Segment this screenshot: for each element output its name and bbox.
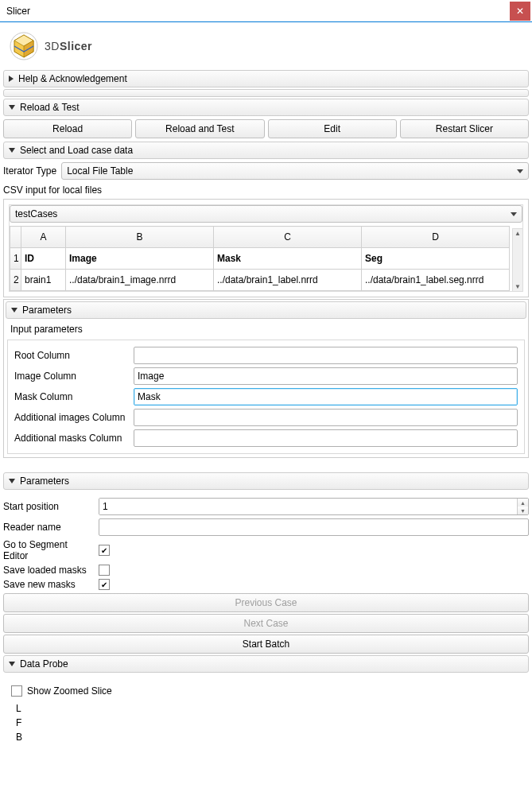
window-title: Slicer	[6, 6, 30, 17]
edit-button[interactable]: Edit	[268, 119, 397, 138]
spin-down-icon[interactable]: ▼	[518, 507, 528, 514]
show-zoomed-slice-label: Show Zoomed Slice	[27, 685, 112, 697]
save-new-masks-checkbox[interactable]: ✔	[99, 579, 110, 590]
image-column-label: Image Column	[14, 371, 132, 382]
spacer	[3, 89, 529, 97]
section-select-load-label: Select and Load case data	[20, 145, 133, 156]
csv-input-label: CSV input for local files	[0, 181, 532, 197]
cell[interactable]: ../data/brain1_label.nrrd	[214, 270, 362, 291]
close-icon: ✕	[516, 6, 524, 17]
section-select-load[interactable]: Select and Load case data	[3, 142, 529, 159]
row-number[interactable]: 1	[10, 248, 21, 270]
cell[interactable]: Seg	[362, 248, 510, 270]
mask-column-input[interactable]	[134, 388, 518, 406]
cell[interactable]: brain1	[21, 270, 66, 291]
section-parameters-outer-label: Parameters	[20, 476, 69, 487]
additional-masks-column-input[interactable]	[134, 429, 518, 447]
csv-table: A B C D 1 ID Image Mask Seg 2 brain1 ../…	[10, 226, 510, 291]
section-data-probe-label: Data Probe	[20, 658, 68, 670]
table-vertical-scrollbar[interactable]: ▲ ▼	[512, 228, 523, 292]
restart-slicer-button[interactable]: Restart Slicer	[400, 119, 529, 138]
start-batch-button[interactable]: Start Batch	[3, 635, 529, 654]
next-case-button[interactable]: Next Case	[3, 614, 529, 633]
iterator-type-value: Local File Table	[67, 165, 133, 177]
reader-name-label: Reader name	[3, 522, 97, 533]
close-button[interactable]: ✕	[510, 2, 530, 21]
section-reload-test[interactable]: Reload & Test	[3, 99, 529, 116]
additional-masks-column-label: Additional masks Column	[14, 433, 132, 444]
row-number[interactable]: 2	[10, 270, 21, 291]
start-position-label: Start position	[3, 501, 97, 512]
chevron-down-icon	[9, 662, 15, 666]
section-data-probe[interactable]: Data Probe	[3, 655, 529, 673]
save-new-masks-label: Save new masks	[3, 579, 97, 590]
reload-test-button-row: Reload Reload and Test Edit Restart Slic…	[0, 118, 532, 140]
save-loaded-masks-label: Save loaded masks	[3, 565, 97, 576]
cell[interactable]: Mask	[214, 248, 362, 270]
section-parameters-outer[interactable]: Parameters	[3, 472, 529, 490]
csv-selector-combo[interactable]: testCases	[10, 205, 522, 223]
save-loaded-masks-checkbox[interactable]	[99, 565, 110, 576]
cell[interactable]: ../data/brain1_image.nrrd	[66, 270, 214, 291]
cell[interactable]: Image	[66, 248, 214, 270]
data-probe-l: L	[0, 701, 532, 716]
additional-images-column-label: Additional images Column	[14, 412, 132, 423]
reload-button[interactable]: Reload	[3, 119, 132, 138]
logo-text: 3DSlicer	[45, 40, 92, 52]
spin-up-icon[interactable]: ▲	[518, 499, 528, 507]
chevron-down-icon	[11, 308, 17, 312]
logo-area: 3DSlicer	[0, 22, 532, 68]
table-row: 1 ID Image Mask Seg	[10, 248, 510, 270]
chevron-down-icon	[9, 148, 15, 153]
chevron-down-icon	[9, 105, 15, 110]
start-position-input[interactable]	[99, 499, 517, 514]
section-parameters-inner[interactable]: Parameters	[6, 301, 526, 319]
cell[interactable]: ID	[21, 248, 66, 270]
show-zoomed-slice-checkbox[interactable]	[11, 685, 22, 697]
input-parameters-fieldset: Root Column Image Column Mask Column Add…	[7, 340, 525, 454]
table-row: 2 brain1 ../data/brain1_image.nrrd ../da…	[10, 270, 510, 291]
slicer-logo-icon	[8, 30, 40, 62]
col-header[interactable]: D	[362, 227, 510, 248]
chevron-right-icon	[9, 76, 14, 82]
root-column-label: Root Column	[14, 350, 132, 361]
root-column-input[interactable]	[134, 347, 518, 364]
section-help[interactable]: Help & Acknowledgement	[3, 70, 529, 87]
titlebar: Slicer ✕	[0, 0, 532, 22]
section-help-label: Help & Acknowledgement	[18, 73, 127, 84]
reload-and-test-button[interactable]: Reload and Test	[135, 119, 264, 138]
mask-column-label: Mask Column	[14, 391, 132, 402]
logo-text-prefix: 3D	[45, 40, 60, 52]
go-to-segment-editor-checkbox[interactable]: ✔	[99, 545, 110, 556]
table-header-row: A B C D	[10, 227, 510, 248]
data-probe-b: B	[0, 730, 532, 744]
chevron-down-icon	[9, 479, 15, 483]
logo-text-bold: Slicer	[60, 40, 92, 52]
section-parameters-inner-label: Parameters	[22, 305, 72, 316]
csv-selector-value: testCases	[15, 208, 57, 219]
data-probe-f: F	[0, 716, 532, 730]
cell[interactable]: ../data/brain1_label.seg.nrrd	[362, 270, 510, 291]
image-column-input[interactable]	[134, 367, 518, 385]
csv-table-wrapper: testCases A B C D 1 ID Image Mask Seg	[3, 199, 529, 297]
go-to-segment-editor-label: Go to Segment Editor	[3, 539, 97, 561]
scroll-down-icon: ▼	[514, 282, 522, 291]
inner-parameters-box: Parameters Input parameters Root Column …	[3, 299, 529, 458]
previous-case-button[interactable]: Previous Case	[3, 593, 529, 612]
dropdown-icon	[511, 212, 517, 216]
scroll-up-icon: ▲	[514, 229, 522, 238]
reader-name-input[interactable]	[99, 518, 529, 536]
section-reload-test-label: Reload & Test	[20, 102, 80, 113]
additional-images-column-input[interactable]	[134, 409, 518, 426]
iterator-type-combo[interactable]: Local File Table	[61, 162, 529, 180]
col-header[interactable]: B	[66, 227, 214, 248]
input-parameters-title: Input parameters	[6, 322, 526, 336]
iterator-type-label: Iterator Type	[3, 165, 60, 177]
dropdown-icon	[517, 169, 523, 173]
col-header[interactable]: C	[214, 227, 362, 248]
corner-cell	[10, 227, 21, 248]
col-header[interactable]: A	[21, 227, 66, 248]
start-position-spinbox[interactable]: ▲ ▼	[99, 498, 529, 515]
